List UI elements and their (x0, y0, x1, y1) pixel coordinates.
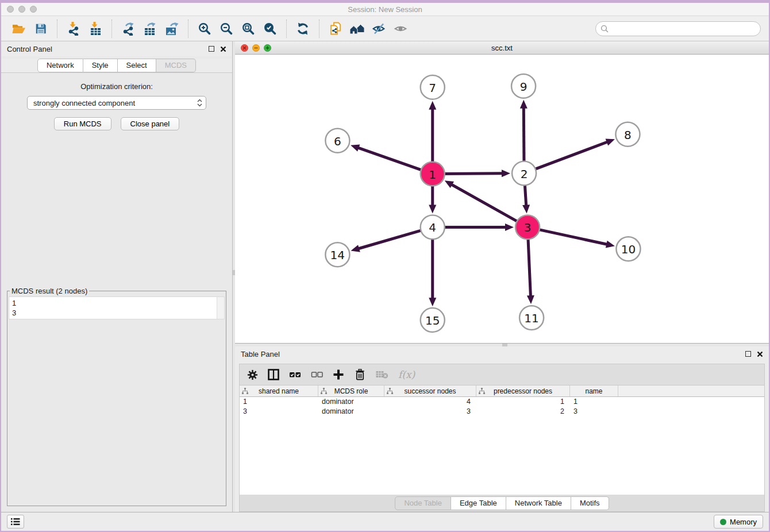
export-network-button[interactable] (118, 19, 138, 38)
result-scrollbar[interactable] (217, 297, 224, 319)
column-header-successor-nodes[interactable]: successor nodes (384, 385, 476, 396)
hide-selected-button[interactable] (369, 19, 389, 38)
splitter-handle[interactable] (502, 344, 507, 346)
graph-edge-1-6[interactable] (351, 144, 422, 170)
export-image-button[interactable] (162, 19, 182, 38)
toolbar-separator (188, 20, 188, 38)
graph-node-3[interactable]: 3 (515, 215, 540, 239)
graph-edge-3-1[interactable] (445, 180, 518, 222)
graph-node-2[interactable]: 2 (512, 161, 536, 186)
table-cell[interactable]: dominator (318, 407, 384, 417)
memory-button[interactable]: Memory (714, 515, 763, 529)
table-tab-motifs[interactable]: Motifs (571, 496, 609, 510)
search-input[interactable] (612, 24, 756, 33)
network-window-titlebar[interactable]: scc.txt (235, 41, 769, 55)
column-header-name[interactable]: name (570, 385, 618, 396)
export-table-button[interactable] (140, 19, 160, 38)
table-cell[interactable]: 2 (476, 407, 570, 417)
column-header-shared-name[interactable]: shared name (240, 385, 318, 396)
select-all-button[interactable] (289, 369, 301, 380)
close-panel-icon[interactable] (220, 46, 226, 52)
graph-node-6[interactable]: 6 (325, 129, 349, 153)
float-panel-icon[interactable] (209, 46, 214, 52)
optimization-criterion-select[interactable]: strongly connected component (27, 96, 206, 110)
graph-node-8[interactable]: 8 (615, 122, 640, 147)
unselect-all-button[interactable] (311, 369, 323, 380)
close-panel-icon[interactable] (757, 351, 763, 357)
open-session-button[interactable] (9, 19, 29, 38)
zoom-in-button[interactable] (195, 19, 214, 38)
control-tab-mcds[interactable]: MCDS (156, 59, 196, 72)
table-tab-network-table[interactable]: Network Table (506, 496, 571, 510)
control-panel-title: Control Panel (7, 45, 52, 53)
first-neighbors-button[interactable] (348, 19, 367, 38)
graph-edge-3-10[interactable] (538, 229, 615, 248)
import-network-icon (67, 22, 80, 36)
table-cell[interactable]: 1 (476, 397, 570, 407)
graph-node-7[interactable]: 7 (421, 75, 445, 99)
search-box[interactable] (595, 21, 761, 36)
mcds-result-list[interactable]: 13 (9, 297, 217, 319)
control-tab-style[interactable]: Style (83, 59, 118, 72)
graph-edge-1-7[interactable] (429, 101, 436, 163)
graph-edge-2-9[interactable] (520, 100, 528, 163)
table-tab-node-table[interactable]: Node Table (395, 496, 451, 510)
node-table: shared nameMCDS rolesuccessor nodesprede… (240, 385, 764, 495)
save-session-button[interactable] (31, 19, 51, 38)
table-options-button[interactable] (247, 369, 258, 380)
main-area: Control Panel NetworkStyleSelectMCDS Opt… (1, 41, 769, 512)
horizontal-splitter[interactable] (235, 344, 769, 346)
network-canvas[interactable]: 7968124314101511 (235, 55, 769, 343)
zoom-out-button[interactable] (217, 19, 236, 38)
apply-layout-button[interactable] (293, 19, 313, 38)
function-builder-button: f(x) (398, 369, 415, 380)
graph-edge-3-11[interactable] (527, 238, 534, 304)
graph-node-9[interactable]: 9 (511, 74, 536, 98)
graph-node-11[interactable]: 11 (519, 306, 544, 330)
run-mcds-button[interactable]: Run MCDS (54, 117, 111, 130)
graph-node-1[interactable]: 1 (421, 162, 445, 186)
close-panel-button[interactable]: Close panel (121, 117, 180, 130)
delete-columns-button[interactable] (354, 368, 366, 381)
open-folder-icon (11, 22, 26, 36)
table-cell[interactable]: 3 (240, 407, 318, 417)
table-cell[interactable]: 4 (384, 397, 476, 407)
zoom-fit-button[interactable] (238, 19, 258, 38)
table-panel-tabs: Node TableEdge TableNetwork TableMotifs (240, 495, 764, 511)
table-cell[interactable]: 1 (570, 397, 618, 407)
show-column-button[interactable] (268, 369, 279, 380)
show-all-button[interactable] (391, 19, 411, 38)
graph-node-10[interactable]: 10 (616, 237, 640, 261)
delete-table-icon (376, 370, 388, 379)
control-tab-select[interactable]: Select (118, 59, 156, 72)
table-panel: Table Panel (235, 346, 769, 512)
table-row[interactable]: 1dominator411 (240, 397, 764, 407)
column-header-mcds-role[interactable]: MCDS role (318, 385, 384, 396)
import-table-button[interactable] (86, 19, 105, 38)
float-panel-icon[interactable] (745, 351, 751, 357)
graph-edge-1-4[interactable] (429, 185, 436, 214)
optimization-criterion-label: Optimization criterion: (7, 82, 226, 91)
graph-node-14[interactable]: 14 (325, 242, 349, 267)
table-cell[interactable]: 3 (384, 407, 476, 417)
column-header-predecessor-nodes[interactable]: predecessor nodes (476, 385, 570, 396)
table-cell[interactable]: dominator (318, 397, 384, 407)
graph-node-15[interactable]: 15 (421, 308, 445, 332)
graph-edge-4-14[interactable] (351, 230, 422, 252)
graph-edge-4-15[interactable] (429, 238, 436, 306)
add-column-button[interactable] (333, 369, 344, 380)
table-row[interactable]: 3dominator323 (240, 407, 764, 417)
control-tab-network[interactable]: Network (37, 59, 83, 72)
task-history-button[interactable] (7, 515, 24, 529)
graph-edge-2-3[interactable] (522, 184, 530, 214)
duplicate-network-button[interactable] (326, 19, 345, 38)
graph-edge-4-3[interactable] (444, 223, 514, 231)
table-cell[interactable]: 1 (240, 397, 318, 407)
graph-edge-2-8[interactable] (534, 138, 615, 169)
table-cell[interactable]: 3 (570, 407, 618, 417)
table-tab-edge-table[interactable]: Edge Table (451, 496, 506, 510)
zoom-selected-button[interactable] (260, 19, 280, 38)
import-network-button[interactable] (64, 19, 83, 38)
graph-edge-1-2[interactable] (444, 169, 510, 177)
graph-node-4[interactable]: 4 (421, 215, 445, 239)
